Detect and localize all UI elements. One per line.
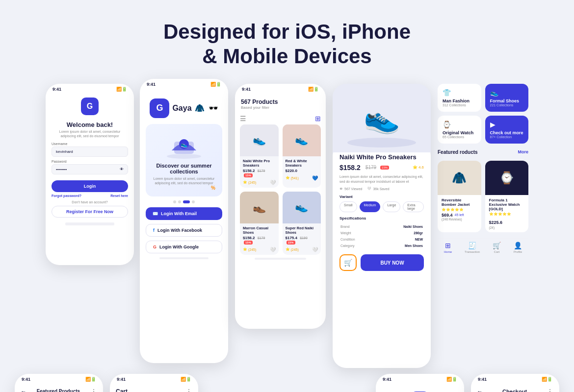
login-google-button[interactable]: G Login With Google [146, 241, 222, 253]
cat-icon-more: ▶ [490, 121, 524, 128]
nav-transaction[interactable]: 🧾 Transaction [465, 242, 480, 253]
buy-button[interactable]: BUY NOW [361, 254, 424, 271]
phone-detail: 👟 Naiki White Pro Sneakers $158.2 $179 1… [333, 84, 431, 368]
cart-button[interactable]: 🛒 [339, 254, 357, 271]
nav-home[interactable]: ⊞ Home [444, 242, 452, 253]
product-card-2[interactable]: 👟 Red & White Sneakers $220.0 ⭐ (541) 💙 [283, 124, 321, 188]
status-time-products: 9:41 [242, 87, 251, 92]
detail-old-price: $179 [365, 165, 376, 170]
back-arrow-featured[interactable]: ← [21, 388, 26, 392]
more-dots-checkout[interactable]: ⋮ [547, 388, 553, 392]
grid-icon[interactable]: ⊞ [315, 115, 321, 122]
variant-large[interactable]: Large [383, 201, 400, 212]
featured-card-watch[interactable]: ⌚ Formula 1 Exclusive Watch [GOLD] ⭐⭐⭐⭐⭐… [485, 161, 529, 232]
reset-link[interactable]: Reset here [110, 194, 128, 197]
variant-medium[interactable]: Medium [360, 201, 381, 212]
transaction-icon: 🧾 [468, 242, 476, 249]
heart-icon-3[interactable]: 🤍 [270, 247, 276, 252]
product-img-4: 👟 [283, 192, 321, 223]
username-input[interactable]: kevinhard [52, 147, 128, 157]
cat-name-more: Check out more [490, 130, 524, 135]
svg-text:👟: 👟 [364, 100, 400, 135]
detail-stats: 👁567 Viewed 🤍36k Saved [339, 187, 424, 191]
more-dots-cart[interactable]: ⋮ [185, 388, 192, 392]
gaya-item-glasses: 🕶️ [209, 103, 218, 113]
status-icons-checkout: 📶🔋 [542, 377, 552, 382]
cat-count-more: 87+ Collection [490, 135, 524, 139]
gaya-name: Gaya [172, 104, 191, 113]
status-time-login: 9:41 [52, 87, 61, 92]
eye-icon: 👁 [120, 167, 124, 172]
product-img-3: 👞 [240, 192, 279, 223]
detail-image: 👟 [333, 84, 431, 152]
cat-name-fashion: Man Fashion [443, 98, 476, 103]
more-dots-featured[interactable]: ⋮ [90, 388, 97, 392]
product-name-4: Super Red Naiki Shoes [286, 226, 318, 235]
product-price-3: $158.2 $179 15% [243, 236, 276, 245]
phone-checkout: 9:41 📶🔋 ← Checkout ⋮ Address Payment Met… [471, 374, 559, 392]
nav-home-label: Home [444, 250, 452, 253]
login-button[interactable]: Login [52, 180, 128, 192]
product-card-1[interactable]: 👟 Naiki White Pro Sneakers $158.2 $179 1… [240, 124, 279, 188]
status-icons-login: 📶🔋 [116, 87, 127, 92]
phone-login: 9:41 📶🔋 G Welcome back! Lorem ipsum dolo… [46, 84, 134, 265]
featured-label: Featured roducts [438, 149, 478, 155]
status-icons-create: 📶🔋 [446, 377, 457, 382]
welcome-heading: Welcome back! [46, 118, 134, 129]
spec-label: Specifications [339, 216, 424, 220]
status-icons-products: 📶🔋 [308, 87, 319, 92]
login-email-button[interactable]: ✉️ Login With Email [146, 207, 222, 220]
detail-badge: 15% [380, 166, 389, 170]
variant-small[interactable]: Small [339, 201, 357, 212]
svg-point-0 [167, 154, 201, 159]
svg-text:👟: 👟 [181, 141, 188, 148]
product-name-3: Marron Casual Shoes [243, 226, 276, 235]
cat-name-shoes: Formal Shoes [490, 98, 524, 103]
list-icon[interactable]: ☰ [240, 115, 246, 122]
featured-img-jacket: 🧥 [438, 161, 481, 195]
status-icons-cart: 📶🔋 [181, 377, 191, 382]
password-label: Password [52, 160, 128, 163]
nav-profile-label: Profile [514, 250, 522, 253]
product-card-4[interactable]: 👟 Super Red Naiki Shoes $175.4 $190 15% … [283, 192, 321, 255]
cat-watch[interactable]: ⌚ Original Watch 65 Collections [438, 116, 481, 144]
detail-rating: ⭐ 4.6 [413, 165, 424, 170]
heart-icon-2[interactable]: 💙 [312, 175, 318, 181]
status-time-create: 9:41 [383, 377, 391, 382]
categories-grid: 👕 Man Fashion 312 Collections 👟 Formal S… [438, 84, 528, 144]
featured-name-jacket: Reversible Bomber Jacket [442, 198, 477, 207]
status-icons-featured: 📶🔋 [85, 377, 96, 382]
featured-header: Featured roducts More [438, 147, 528, 157]
no-account-text: Don't have an account? [46, 197, 134, 206]
product-price-4: $175.4 $190 15% [286, 236, 318, 245]
phone-create-account: 9:41 📶🔋 G Create account Free Lorem ipsu… [376, 374, 464, 392]
carousel-dots [140, 196, 228, 207]
cat-formal-shoes[interactable]: 👟 Formal Shoes 221 Collections [485, 84, 529, 112]
status-time-gaya: 9:41 [147, 82, 156, 87]
cart-title: Cart [116, 388, 128, 392]
heart-icon-1[interactable]: 🤍 [270, 180, 276, 185]
home-icon: ⊞ [445, 242, 451, 249]
email-icon: ✉️ [153, 211, 158, 216]
back-arrow-checkout[interactable]: ← [477, 388, 483, 392]
login-facebook-button[interactable]: f Login With Facebook [146, 224, 222, 237]
username-label: Username [52, 142, 128, 146]
password-input[interactable]: •••••••• 👁 [52, 164, 128, 174]
heart-icon-4[interactable]: 🤍 [312, 247, 318, 252]
cat-man-fashion[interactable]: 👕 Man Fashion 312 Collections [438, 84, 481, 112]
cat-icon-shoes: 👟 [490, 89, 524, 97]
detail-price: $158.2 [339, 164, 361, 172]
nav-profile[interactable]: 👤 Profile [514, 242, 522, 253]
more-link[interactable]: More [518, 149, 528, 154]
product-card-3[interactable]: 👞 Marron Casual Shoes $158.2 $179 15% ⭐ … [240, 192, 279, 255]
gaya-item-jacket: 🧥 [195, 103, 205, 113]
cat-more[interactable]: ▶ Check out more 87+ Collection [485, 116, 529, 144]
cat-count-watch: 65 Collections [443, 135, 476, 139]
navigation-bar: ⊞ Home 🧾 Transaction 🛒 Cart 👤 Profile [438, 238, 528, 256]
nav-cart[interactable]: 🛒 Cart [493, 242, 501, 253]
featured-reviews-jacket: (246 Reviews) [442, 218, 477, 221]
variant-xlarge[interactable]: Extra large [403, 201, 424, 212]
register-button[interactable]: Register For Free Now [52, 206, 128, 218]
variant-label: Variant [339, 195, 424, 199]
featured-card-jacket[interactable]: 🧥 Reversible Bomber Jacket ⭐⭐⭐⭐⭐ $69.4 4… [438, 161, 481, 232]
